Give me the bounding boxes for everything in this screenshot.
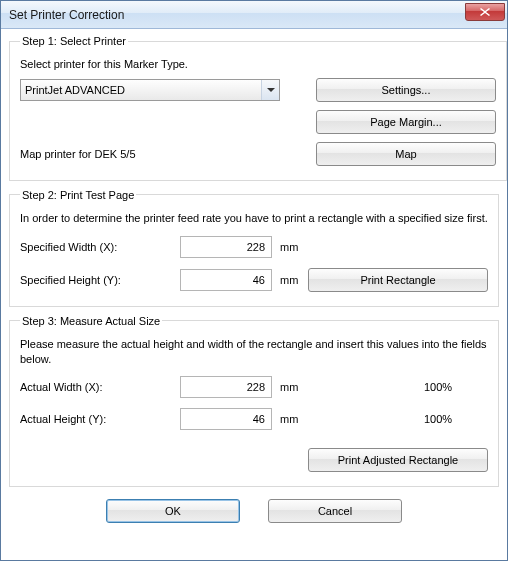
unit-label: mm bbox=[280, 413, 308, 425]
actual-width-row: Actual Width (X): mm 100% bbox=[20, 376, 488, 398]
actual-width-input[interactable] bbox=[180, 376, 272, 398]
print-rect-wrap: Print Rectangle bbox=[308, 268, 488, 292]
actual-width-label: Actual Width (X): bbox=[20, 381, 180, 393]
printer-select[interactable]: PrintJet ADVANCED bbox=[20, 79, 280, 101]
map-printer-label: Map printer for DEK 5/5 bbox=[20, 148, 280, 160]
page-margin-button[interactable]: Page Margin... bbox=[316, 110, 496, 134]
unit-label: mm bbox=[280, 241, 308, 253]
map-button[interactable]: Map bbox=[316, 142, 496, 166]
actual-height-input[interactable] bbox=[180, 408, 272, 430]
step1-legend: Step 1: Select Printer bbox=[20, 35, 128, 47]
close-icon bbox=[480, 8, 490, 16]
printer-select-wrap: PrintJet ADVANCED bbox=[20, 79, 280, 101]
step3-group: Step 3: Measure Actual Size Please measu… bbox=[9, 315, 499, 488]
spec-width-input[interactable] bbox=[180, 236, 272, 258]
ok-button[interactable]: OK bbox=[106, 499, 240, 523]
actual-height-label: Actual Height (Y): bbox=[20, 413, 180, 425]
step3-instruction: Please measure the actual height and wid… bbox=[20, 337, 488, 367]
step1-instruction: Select printer for this Marker Type. bbox=[20, 57, 496, 72]
actual-height-percent: 100% bbox=[388, 413, 488, 425]
print-adjusted-row: Print Adjusted Rectangle bbox=[20, 448, 488, 472]
unit-label: mm bbox=[280, 381, 308, 393]
spec-height-label: Specified Height (Y): bbox=[20, 274, 180, 286]
print-adjusted-rectangle-button[interactable]: Print Adjusted Rectangle bbox=[308, 448, 488, 472]
step2-group: Step 2: Print Test Page In order to dete… bbox=[9, 189, 499, 307]
titlebar: Set Printer Correction bbox=[1, 1, 507, 29]
step1-group: Step 1: Select Printer Select printer fo… bbox=[9, 35, 507, 181]
actual-height-row: Actual Height (Y): mm 100% bbox=[20, 408, 488, 430]
unit-label: mm bbox=[280, 274, 308, 286]
print-rectangle-button[interactable]: Print Rectangle bbox=[308, 268, 488, 292]
spec-width-row: Specified Width (X): mm bbox=[20, 236, 488, 258]
dialog-window: Set Printer Correction Step 1: Select Pr… bbox=[0, 0, 508, 561]
step2-legend: Step 2: Print Test Page bbox=[20, 189, 136, 201]
step2-instruction: In order to determine the printer feed r… bbox=[20, 211, 488, 226]
dialog-buttons: OK Cancel bbox=[9, 489, 499, 525]
dialog-content: Step 1: Select Printer Select printer fo… bbox=[1, 29, 507, 560]
spec-height-row: Specified Height (Y): mm Print Rectangle bbox=[20, 268, 488, 292]
close-button[interactable] bbox=[465, 3, 505, 21]
spec-height-input[interactable] bbox=[180, 269, 272, 291]
step3-legend: Step 3: Measure Actual Size bbox=[20, 315, 162, 327]
actual-width-percent: 100% bbox=[388, 381, 488, 393]
settings-button[interactable]: Settings... bbox=[316, 78, 496, 102]
step1-grid: PrintJet ADVANCED Settings... Page Margi… bbox=[20, 78, 496, 166]
window-title: Set Printer Correction bbox=[9, 8, 465, 22]
cancel-button[interactable]: Cancel bbox=[268, 499, 402, 523]
spec-width-label: Specified Width (X): bbox=[20, 241, 180, 253]
